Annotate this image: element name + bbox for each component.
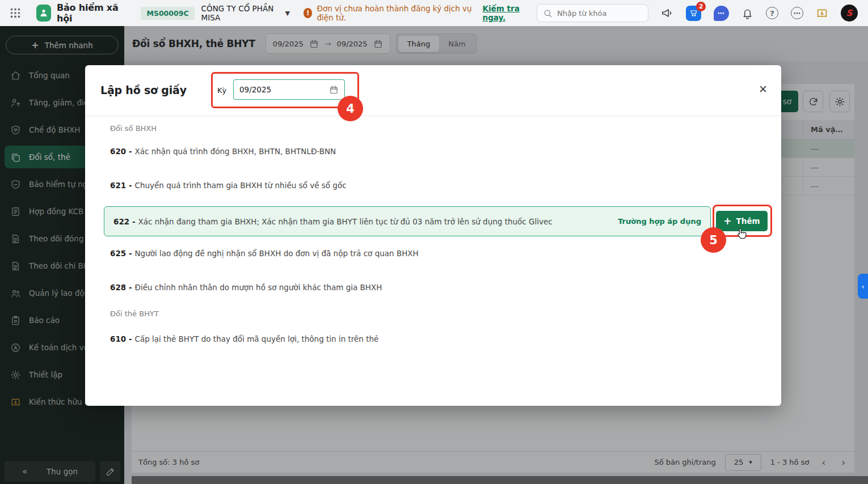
top-bar: Bảo hiểm xã hội MS00009C CÔNG TY CỔ PHẦN…	[0, 0, 868, 26]
chevron-left-icon: ‹	[861, 282, 864, 291]
global-search[interactable]	[537, 4, 648, 22]
annotation-rect-step-4	[211, 72, 359, 108]
search-icon	[543, 9, 553, 18]
chevron-down-icon: ▼	[285, 10, 289, 17]
side-panel-expander[interactable]: ‹	[858, 274, 868, 299]
group-label-doi-the-bhyt: Đổi thẻ BHYT	[110, 309, 159, 318]
hand-cursor-icon	[734, 227, 748, 241]
document-type-row-628[interactable]: 628 -Điều chỉnh nhân thân do mượn hồ sơ …	[110, 283, 382, 292]
help-icon[interactable]: ?	[766, 7, 778, 19]
org-code-badge: MS00009C	[141, 7, 194, 20]
modal-header: Lập hồ sơ giấy Kỳ ✕	[85, 65, 781, 116]
warning-icon: !	[304, 8, 313, 18]
notifications-bell-icon[interactable]	[741, 7, 753, 19]
company-selector[interactable]: CÔNG TY CỔ PHẦN MISA ▼	[201, 4, 290, 22]
search-input[interactable]	[557, 9, 642, 18]
close-icon[interactable]: ✕	[759, 83, 768, 95]
app-grid-icon[interactable]	[9, 7, 22, 19]
document-type-row-621[interactable]: 621 -Chuyển quá trình tham gia BHXH từ n…	[110, 181, 347, 190]
annotation-step-5: 5	[701, 227, 726, 253]
group-label-doi-so-bhxh: Đổi sổ BHXH	[110, 124, 157, 133]
app-title: Bảo hiểm xã hội	[57, 2, 126, 24]
document-type-row-610[interactable]: 610 -Cấp lại thẻ BHYT do thay đổi mã quy…	[110, 334, 378, 343]
cart-badge: 2	[696, 2, 706, 11]
warning-text: Đơn vị chưa hoàn thành đăng ký dịch vụ đ…	[317, 4, 478, 22]
document-type-row-620[interactable]: 620 -Xác nhận quá trình đóng BHXH, BHTN,…	[110, 147, 336, 156]
company-name: CÔNG TY CỔ PHẦN MISA	[201, 4, 282, 22]
document-type-row-625[interactable]: 625 -Người lao động đề nghị nhận sổ BHXH…	[110, 249, 419, 258]
annotation-step-4: 4	[338, 96, 363, 121]
applicable-case-link[interactable]: Trường hợp áp dụng	[618, 217, 701, 226]
warning-banner: ! Đơn vị chưa hoàn thành đăng ký dịch vụ…	[304, 4, 537, 22]
modal-title: Lập hồ sơ giấy	[100, 84, 187, 96]
check-now-link[interactable]: Kiểm tra ngay.	[483, 4, 537, 22]
user-avatar[interactable]: S	[841, 5, 858, 22]
more-options-icon[interactable]: ⋯	[791, 7, 803, 19]
chat-icon[interactable]: ⋯	[714, 6, 729, 21]
document-type-row-622[interactable]: 622 -Xác nhận đang tham gia BHXH; Xác nh…	[104, 206, 711, 236]
store-cart-icon[interactable]: 2	[686, 6, 701, 21]
app-logo-icon	[36, 5, 51, 22]
announcements-icon[interactable]	[661, 7, 673, 19]
knowledge-icon[interactable]	[816, 7, 828, 19]
create-paper-dossier-modal: Lập hồ sơ giấy Kỳ ✕ Đổi sổ BHXH 620 -Xác…	[85, 65, 781, 406]
